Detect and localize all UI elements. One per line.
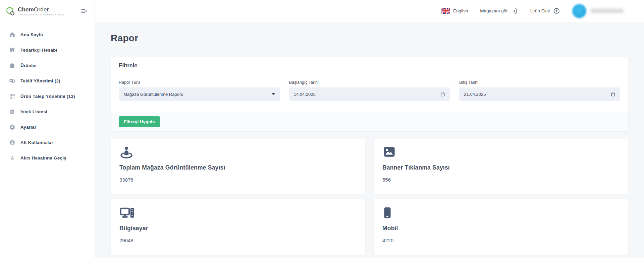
gear-icon [9, 124, 15, 130]
store-icon [9, 47, 15, 53]
menu-fold-icon [81, 8, 88, 14]
filter-card-title: Filtrele [111, 57, 628, 74]
user-name-redacted [590, 9, 624, 13]
sidebar-item-urunler[interactable]: Ürünler [0, 58, 95, 73]
stat-card-value: 4220 [382, 238, 620, 243]
desktop-tower-icon [119, 206, 357, 220]
stat-card-mobile: Mobil 4220 [374, 199, 628, 255]
sidebar-item-label: Tedarikçi Hesabı [20, 48, 57, 53]
start-date-field: Başlangıç Tarihi 14.04.2025 [289, 80, 450, 101]
report-type-select[interactable]: Mağaza Görüntülenme Raporu [119, 87, 280, 101]
sidebar-item-label: Alıcı Hesabına Geçiş [20, 155, 66, 160]
plus-circle-icon [553, 7, 560, 14]
qr-grid-icon [9, 93, 15, 100]
sidebar-item-alici-hesabina-gecis[interactable]: Alıcı Hesabına Geçiş [0, 150, 95, 166]
calendar-icon [440, 92, 445, 97]
user-circle-icon [9, 139, 15, 146]
stat-card-title: Mobil [382, 225, 620, 232]
sidebar-item-istek-listesi[interactable]: $ İstek Listesi [0, 104, 95, 119]
sidebar-item-label: Ana Sayfa [20, 32, 43, 37]
image-icon [382, 146, 620, 159]
brand-name-light: Order [34, 6, 49, 13]
home-icon [9, 31, 15, 38]
add-product-label: Ürün Ekle [530, 8, 550, 13]
stat-card-banner-clicks: Banner Tıklanma Sayısı 556 [374, 139, 628, 194]
filter-card: Filtrele Rapor Türü Mağaza Görüntülenme … [111, 57, 628, 131]
report-type-field: Rapor Türü Mağaza Görüntülenme Raporu [119, 80, 280, 101]
chevron-down-icon [272, 93, 275, 95]
sidebar-collapse-button[interactable] [80, 7, 88, 15]
sidebar-item-ayarlar[interactable]: Ayarlar [0, 119, 95, 135]
view-store-label: Mağazanı gör [480, 8, 508, 13]
stat-card-store-views: Toplam Mağaza Görüntülenme Sayısı 33876 [111, 139, 365, 194]
add-product-link[interactable]: Ürün Ekle [530, 7, 560, 14]
stat-card-value: 33876 [119, 177, 357, 183]
sidebar-item-label: Ürün Talep Yönetimi (13) [20, 94, 75, 99]
sidebar-item-label: Ayarlar [20, 125, 36, 130]
uk-flag-icon [441, 8, 450, 14]
sidebar-item-alt-kullanicilar[interactable]: Alt Kullanıcılar [0, 135, 95, 150]
user-menu[interactable] [572, 4, 624, 18]
person-pin-icon [119, 146, 357, 159]
filter-form: Rapor Türü Mağaza Görüntülenme Raporu Ba… [111, 74, 628, 112]
filter-card-footer: Filtreyi Uygula [111, 112, 628, 131]
sidebar-item-ana-sayfa[interactable]: Ana Sayfa [0, 27, 95, 42]
brand-tagline: CHEMICALS B2B MARKETPLACE [18, 13, 64, 16]
end-date-label: Bitiş Tarihi [459, 80, 620, 85]
start-date-label: Başlangıç Tarihi [289, 80, 450, 85]
top-bar: English Mağazanı gör Ürün Ekle [95, 0, 644, 22]
main-content: Rapor Filtrele Rapor Türü Mağaza Görüntü… [95, 0, 644, 258]
end-date-field: Bitiş Tarihi 21.04.2025 [459, 80, 620, 101]
calendar-icon [611, 92, 615, 97]
start-date-input[interactable]: 14.04.2025 [289, 87, 450, 101]
enter-arrow-icon [511, 7, 518, 15]
sidebar-item-label: Alt Kullanıcılar [20, 140, 53, 145]
stat-cards-grid: Toplam Mağaza Görüntülenme Sayısı 33876 … [111, 139, 628, 258]
apply-filter-button[interactable]: Filtreyi Uygula [119, 116, 160, 127]
person-icon [9, 154, 15, 161]
brand-logo[interactable]: ChemOrder CHEMICALS B2B MARKETPLACE [5, 6, 64, 16]
end-date-input[interactable]: 21.04.2025 [459, 87, 620, 101]
bag-icon [9, 62, 15, 69]
brand-logo-text: ChemOrder CHEMICALS B2B MARKETPLACE [18, 6, 64, 16]
sidebar-header: ChemOrder CHEMICALS B2B MARKETPLACE [0, 0, 95, 22]
document-dollar-icon: $ [9, 108, 15, 115]
sidebar-item-teklif-yonetimi[interactable]: Teklif Yönetimi (2) [0, 73, 95, 88]
sidebar-nav: Ana Sayfa Tedarikçi Hesabı Ürünler Tekli… [0, 22, 95, 166]
avatar [572, 4, 586, 18]
svg-text:$: $ [11, 110, 13, 113]
page-title: Rapor [111, 33, 628, 44]
stat-card-title: Banner Tıklanma Sayısı [382, 164, 620, 171]
language-label: English [453, 8, 468, 13]
sidebar-item-label: İstek Listesi [20, 109, 47, 114]
offer-card-icon [9, 77, 15, 84]
stat-card-value: 556 [382, 177, 620, 183]
sidebar-item-label: Ürünler [20, 63, 37, 68]
stat-card-desktop: Bilgisayar 29648 [111, 199, 365, 255]
start-date-value: 14.04.2025 [294, 92, 316, 97]
brand-logo-icon [5, 6, 15, 16]
report-type-value: Mağaza Görüntülenme Raporu [123, 92, 183, 97]
report-type-label: Rapor Türü [119, 80, 280, 85]
sidebar-item-tedarikci-hesabi[interactable]: Tedarikçi Hesabı [0, 42, 95, 58]
view-store-link[interactable]: Mağazanı gör [480, 7, 518, 15]
end-date-value: 21.04.2025 [464, 92, 486, 97]
language-selector[interactable]: English [441, 8, 468, 14]
stat-card-title: Toplam Mağaza Görüntülenme Sayısı [119, 164, 357, 171]
brand-name-bold: Chem [18, 6, 34, 13]
stat-card-title: Bilgisayar [119, 225, 357, 232]
mobile-icon [382, 206, 620, 220]
stat-card-value: 29648 [119, 238, 357, 243]
sidebar-item-urun-talep-yonetimi[interactable]: Ürün Talep Yönetimi (13) [0, 88, 95, 104]
sidebar-item-label: Teklif Yönetimi (2) [20, 78, 60, 83]
sidebar: ChemOrder CHEMICALS B2B MARKETPLACE Ana … [0, 0, 95, 258]
